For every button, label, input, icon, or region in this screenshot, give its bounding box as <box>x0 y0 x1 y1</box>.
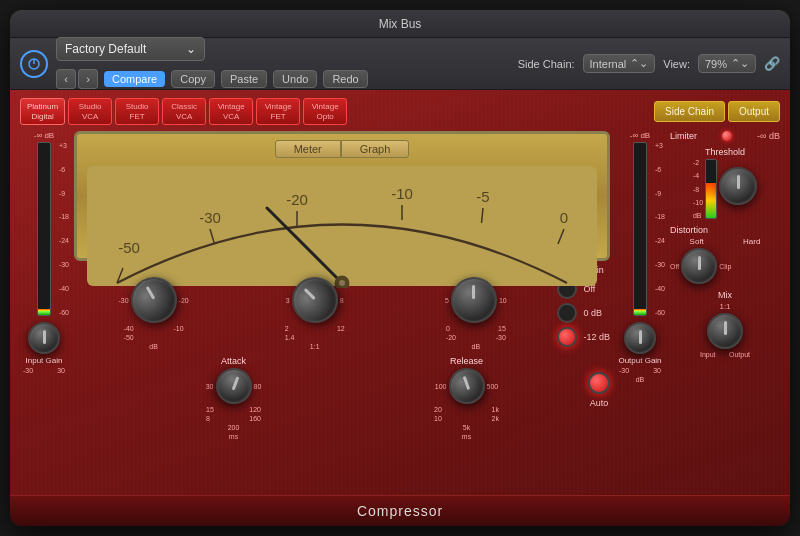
auto-gain-minus12db: -12 dB <box>557 327 610 347</box>
mix-ratio: 1:1 <box>719 302 730 311</box>
power-button[interactable] <box>20 50 48 78</box>
mix-section: Mix 1:1 Input Output <box>670 290 780 358</box>
output-button[interactable]: Output <box>728 101 780 122</box>
redo-button[interactable]: Redo <box>323 70 367 88</box>
mode-btn-studio-vca[interactable]: StudioVCA <box>68 98 112 125</box>
tab-meter[interactable]: Meter <box>275 140 341 158</box>
mode-btn-vintage-opto[interactable]: VintageOpto <box>303 98 347 125</box>
mode-btn-vintage-fet[interactable]: VintageFET <box>256 98 300 125</box>
tab-graph[interactable]: Graph <box>341 140 410 158</box>
threshold-right-section: Threshold -2 -4 -8 -10 dB <box>670 147 780 219</box>
middle-row: -∞ dB +3 -6 -9 -18 -24 -30 -40 -60 <box>20 131 780 495</box>
threshold-unit: dB <box>149 343 158 350</box>
makeup-knob[interactable] <box>451 277 497 323</box>
toolbar-right: Side Chain: Internal ⌃⌄ View: 79% ⌃⌄ 🔗 <box>518 54 780 73</box>
limiter-row: Limiter -∞ dB <box>670 131 780 141</box>
mode-btn-classic-vca[interactable]: ClassicVCA <box>162 98 206 125</box>
release-knob-block: Release 100 500 20 1k 10 2k <box>355 356 578 440</box>
auto-release-block: Auto <box>588 372 610 408</box>
distortion-labels: Soft Hard <box>670 237 780 246</box>
meter-labels: +3 -6 -9 -18 -24 -30 -40 -60 <box>59 142 69 315</box>
paste-button[interactable]: Paste <box>221 70 267 88</box>
toolbar-left: Factory Default ⌄ ‹ › Compare Copy Paste… <box>56 36 368 92</box>
attack-label: Attack <box>221 356 246 366</box>
vu-meter-display: -50 -30 -20 -10 -5 0 <box>87 164 597 288</box>
threshold-knob[interactable] <box>122 269 185 332</box>
top-row: PlatinumDigital StudioVCA StudioFET Clas… <box>20 98 780 125</box>
nav-row: ‹ › Compare Copy Paste Undo Redo <box>56 66 368 92</box>
auto-gain-0db-led[interactable] <box>557 303 577 323</box>
svg-point-17 <box>339 280 345 286</box>
attack-knob-block: Attack 30 80 15 120 8 160 <box>122 356 345 440</box>
attack-knob[interactable] <box>210 363 256 409</box>
output-meter-inf-label: -∞ dB <box>630 131 650 140</box>
copy-button[interactable]: Copy <box>171 70 215 88</box>
makeup-unit: dB <box>472 343 481 350</box>
input-meter <box>37 142 51 315</box>
threshold-meter <box>705 159 717 219</box>
threshold-right-label: Threshold <box>705 147 745 157</box>
plugin-body: PlatinumDigital StudioVCA StudioFET Clas… <box>10 90 790 495</box>
limiter-led <box>722 131 732 141</box>
svg-rect-2 <box>87 166 597 286</box>
auto-gain-minus12db-led[interactable] <box>557 327 577 347</box>
limiter-label: Limiter <box>670 131 697 141</box>
mode-btn-platinum-digital[interactable]: PlatinumDigital <box>20 98 65 125</box>
mix-label: Mix <box>718 290 732 300</box>
svg-text:0: 0 <box>560 209 568 226</box>
preset-row: Factory Default ⌄ <box>56 36 368 62</box>
input-meter-fill <box>38 309 50 314</box>
svg-text:-50: -50 <box>118 239 140 256</box>
side-chain-button[interactable]: Side Chain <box>654 101 725 122</box>
plugin-window: Mix Bus Factory Default ⌄ ‹ › Compare <box>10 10 790 526</box>
window-title: Mix Bus <box>379 17 422 31</box>
output-gain-label: Output Gain <box>618 356 661 365</box>
compare-button[interactable]: Compare <box>104 71 165 87</box>
mode-btn-vintage-vca[interactable]: VintageVCA <box>209 98 253 125</box>
side-output-buttons: Side Chain Output <box>654 101 780 122</box>
auto-gain-0db: 0 dB <box>557 303 610 323</box>
distortion-knob[interactable] <box>681 248 717 284</box>
output-meter-labels: +3 -6 -9 -18 -24 -30 -40 -60 <box>655 142 665 315</box>
meter-inf-label: -∞ dB <box>34 131 54 140</box>
sidechain-selector[interactable]: Internal ⌃⌄ <box>583 54 656 73</box>
release-label: Release <box>450 356 483 366</box>
svg-text:-10: -10 <box>391 185 413 202</box>
output-meter-column: -∞ dB +3 -6 -9 -18 -24 -30 -40 -60 <box>616 131 664 495</box>
prev-button[interactable]: ‹ <box>56 69 76 89</box>
mode-btn-studio-fet[interactable]: StudioFET <box>115 98 159 125</box>
input-gain-knob-block: Input Gain -30 30 <box>20 322 68 495</box>
ratio-unit: 1:1 <box>310 343 320 350</box>
input-meter-column: -∞ dB +3 -6 -9 -18 -24 -30 -40 -60 <box>20 131 68 495</box>
attack-release-row: Attack 30 80 15 120 8 160 <box>74 356 610 440</box>
auto-release-led[interactable] <box>588 372 610 394</box>
mix-knob[interactable] <box>707 313 743 349</box>
svg-text:-5: -5 <box>476 188 489 205</box>
next-button[interactable]: › <box>78 69 98 89</box>
footer-text: Compressor <box>357 503 443 519</box>
title-bar: Mix Bus <box>10 10 790 38</box>
svg-text:-30: -30 <box>199 209 221 226</box>
threshold-meter-fill <box>706 183 716 218</box>
view-selector[interactable]: 79% ⌃⌄ <box>698 54 756 73</box>
input-gain-label: Input Gain <box>26 356 63 365</box>
attack-unit: ms <box>229 433 238 440</box>
mode-buttons: PlatinumDigital StudioVCA StudioFET Clas… <box>20 98 347 125</box>
distortion-title: Distortion <box>670 225 780 235</box>
toolbar: Factory Default ⌄ ‹ › Compare Copy Paste… <box>10 38 790 90</box>
input-gain-knob[interactable] <box>28 322 60 354</box>
undo-button[interactable]: Undo <box>273 70 317 88</box>
link-icon[interactable]: 🔗 <box>764 56 780 71</box>
output-meter <box>633 142 647 315</box>
limiter-inf: -∞ dB <box>757 131 780 141</box>
vu-display: Meter Graph -50 -30 -20 -10 -5 <box>74 131 610 261</box>
release-unit: ms <box>462 433 471 440</box>
preset-selector[interactable]: Factory Default ⌄ <box>56 37 205 61</box>
distortion-section: Distortion Soft Hard Off Clip <box>670 225 780 284</box>
threshold-right-knob[interactable] <box>719 167 757 205</box>
release-knob[interactable] <box>443 363 489 409</box>
vu-meter-svg: -50 -30 -20 -10 -5 0 <box>87 164 597 288</box>
center-column: Meter Graph -50 -30 -20 -10 -5 <box>74 131 610 495</box>
output-gain-knob[interactable] <box>624 322 656 354</box>
plugin-footer: Compressor <box>10 495 790 526</box>
